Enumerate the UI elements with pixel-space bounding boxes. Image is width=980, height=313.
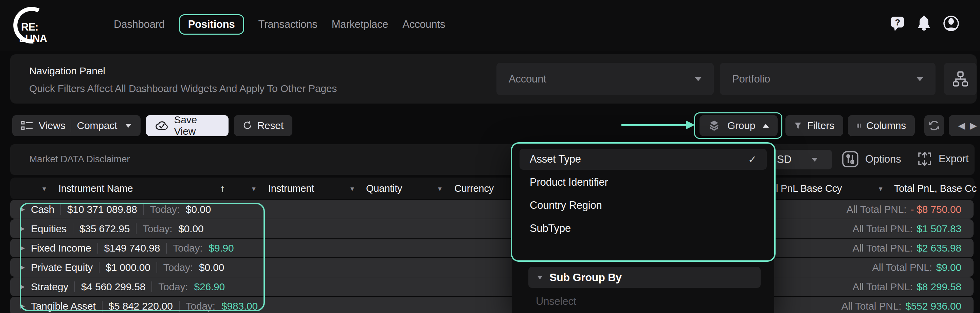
column-menu-icon[interactable]: ▾ bbox=[438, 185, 441, 193]
help-icon[interactable]: ? bbox=[890, 15, 905, 32]
col-currency[interactable]: Currency bbox=[454, 183, 494, 194]
options-button[interactable]: Options bbox=[842, 150, 901, 168]
divider bbox=[156, 262, 157, 273]
refresh-button[interactable] bbox=[924, 115, 944, 136]
column-menu-icon[interactable]: ▾ bbox=[43, 185, 46, 193]
navigation-panel: Navigation Panel Quick Filters Affect Al… bbox=[10, 54, 977, 103]
group-label: Group bbox=[727, 120, 755, 131]
nav-marketplace[interactable]: Marketplace bbox=[332, 18, 388, 30]
all-total-pnl-label: All Total PNL: bbox=[872, 262, 932, 273]
all-total-pnl-value: - $8 750.00 bbox=[910, 204, 961, 215]
top-navigation-bar: RE: LUNA Dashboard Positions Transaction… bbox=[0, 0, 980, 51]
col-total-pnl-base[interactable]: Total PnL, Base Cc bbox=[894, 183, 977, 194]
sub-group-by-header[interactable]: Sub Group By bbox=[528, 267, 760, 288]
nav-accounts[interactable]: Accounts bbox=[402, 18, 445, 30]
main-nav: Dashboard Positions Transactions Marketp… bbox=[114, 14, 445, 35]
filters-button[interactable]: Filters bbox=[786, 115, 843, 136]
divider bbox=[74, 281, 75, 292]
expand-row-icon[interactable]: ▶ bbox=[21, 264, 25, 271]
notifications-bell-icon[interactable] bbox=[916, 15, 932, 32]
save-view-label: Save View bbox=[174, 114, 220, 137]
col-instrument-name[interactable]: Instrument Name bbox=[59, 183, 133, 194]
col-instrument[interactable]: Instrument bbox=[268, 183, 314, 194]
hierarchy-button[interactable] bbox=[944, 63, 977, 95]
menu-item-label: Asset Type bbox=[530, 153, 581, 165]
reset-button[interactable]: Reset bbox=[234, 115, 293, 136]
group-market-value: $149 740.98 bbox=[104, 242, 160, 254]
user-avatar-icon[interactable] bbox=[943, 15, 959, 32]
all-total-pnl-label: All Total PNL: bbox=[846, 204, 907, 215]
chevron-down-icon bbox=[125, 124, 131, 128]
sub-group-by-label: Sub Group By bbox=[549, 271, 622, 284]
unselect-option[interactable]: Unselect bbox=[536, 296, 576, 308]
column-menu-icon[interactable]: ▾ bbox=[350, 185, 354, 193]
top-right-icons: ? bbox=[890, 15, 959, 32]
account-select[interactable]: Account bbox=[496, 63, 714, 95]
divider bbox=[102, 301, 103, 311]
group-menu-item-product-identifier[interactable]: Product Identifier bbox=[520, 172, 767, 193]
divider bbox=[166, 243, 167, 254]
export-label: Export bbox=[939, 153, 969, 165]
export-button[interactable]: Export bbox=[917, 150, 969, 167]
reset-label: Reset bbox=[258, 120, 283, 131]
all-total-pnl-label: All Total PNL: bbox=[853, 281, 913, 292]
positions-page: RE: LUNA Dashboard Positions Transaction… bbox=[0, 0, 980, 313]
sort-asc-icon[interactable]: ↑ bbox=[220, 183, 225, 194]
nav-transactions[interactable]: Transactions bbox=[258, 18, 318, 30]
today-value: $983.00 bbox=[221, 300, 258, 312]
expand-row-icon[interactable]: ▶ bbox=[21, 283, 25, 290]
reset-icon bbox=[243, 119, 252, 132]
table-row[interactable]: ▶ Strategy $4 560 299.58 Today: $26.90 A… bbox=[10, 277, 974, 296]
nav-dashboard[interactable]: Dashboard bbox=[114, 18, 165, 30]
save-view-button[interactable]: Save View bbox=[146, 115, 229, 136]
group-menu-item-country-region[interactable]: Country Region bbox=[520, 195, 767, 216]
expand-row-icon[interactable]: ▶ bbox=[21, 302, 25, 310]
annotation-arrow-head bbox=[686, 121, 695, 129]
group-name: Strategy bbox=[31, 281, 68, 292]
group-menu-item-asset-type[interactable]: Asset Type ✓ bbox=[520, 149, 767, 170]
table-row[interactable]: ▶ Tangible Asset $5 842 220.00 Today: $9… bbox=[10, 297, 974, 313]
table-row[interactable]: ▶ Cash $10 371 089.88 Today: $0.00 All T… bbox=[10, 200, 974, 219]
all-total-pnl-label: All Total PNL: bbox=[842, 300, 902, 312]
account-select-value: Account bbox=[509, 73, 546, 85]
columns-button[interactable]: Columns bbox=[848, 115, 915, 136]
col-pnl-base-ccy[interactable]: l PnL Base Ccy bbox=[776, 183, 842, 194]
expand-row-icon[interactable]: ▶ bbox=[21, 206, 25, 213]
group-market-value: $5 842 220.00 bbox=[109, 300, 173, 312]
all-total-pnl-value: $9.00 bbox=[936, 262, 961, 273]
today-label: Today: bbox=[163, 262, 193, 273]
chevron-left-icon: ◀ bbox=[958, 120, 965, 131]
today-value: $0.00 bbox=[199, 262, 224, 273]
today-value: $9.90 bbox=[208, 242, 234, 254]
expand-row-icon[interactable]: ▶ bbox=[21, 245, 25, 251]
table-row[interactable]: ▶ Equities $35 672.95 Today: $0.00 All T… bbox=[10, 219, 974, 238]
svg-text:?: ? bbox=[895, 17, 900, 27]
pagination-chevrons-button[interactable]: ◀ ▶ bbox=[949, 115, 980, 136]
table-row[interactable]: ▶ Private Equity $1 000.00 Today: $0.00 … bbox=[10, 258, 974, 276]
market-data-disclaimer[interactable]: Market DATA Disclaimer bbox=[29, 154, 130, 165]
views-label: Views bbox=[39, 120, 65, 131]
divider bbox=[143, 204, 144, 215]
today-label: Today: bbox=[158, 281, 188, 292]
group-name: Cash bbox=[31, 204, 54, 215]
hierarchy-icon bbox=[951, 70, 969, 88]
group-menu-item-subtype[interactable]: SubType bbox=[520, 218, 767, 239]
portfolio-select[interactable]: Portfolio bbox=[720, 63, 935, 95]
layers-icon bbox=[708, 120, 720, 131]
chevron-right-icon: ▶ bbox=[970, 120, 977, 131]
divider bbox=[97, 243, 98, 254]
chevron-down-icon bbox=[537, 276, 542, 280]
portfolio-select-value: Portfolio bbox=[732, 73, 770, 85]
col-quantity[interactable]: Quantity bbox=[366, 183, 402, 194]
nav-positions[interactable]: Positions bbox=[179, 14, 244, 35]
menu-item-label: SubType bbox=[530, 222, 571, 235]
today-label: Today: bbox=[143, 223, 172, 235]
expand-row-icon[interactable]: ▶ bbox=[21, 225, 25, 232]
group-button[interactable]: Group bbox=[700, 115, 778, 136]
views-compact-button[interactable]: Views Compact bbox=[12, 115, 141, 136]
compact-label: Compact bbox=[77, 120, 117, 131]
column-menu-icon[interactable]: ▾ bbox=[879, 185, 882, 193]
column-menu-icon[interactable]: ▾ bbox=[252, 185, 255, 193]
table-row[interactable]: ▶ Fixed Income $149 740.98 Today: $9.90 … bbox=[10, 239, 974, 257]
reluna-logo[interactable]: RE: LUNA bbox=[8, 5, 53, 46]
